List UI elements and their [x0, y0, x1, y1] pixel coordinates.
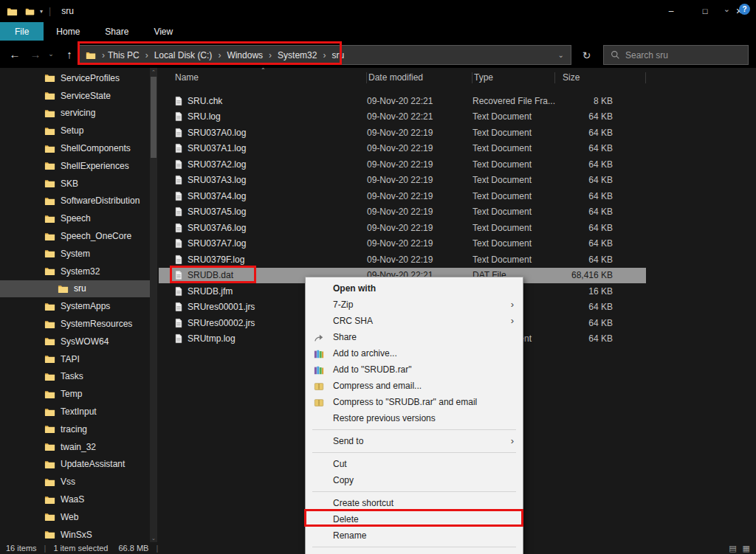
sidebar-item[interactable]: ShellExperiences: [0, 157, 150, 175]
table-row[interactable]: SRU037A1.log 09-Nov-20 22:19 Text Docume…: [159, 141, 646, 157]
ribbon-expand-chevron-icon[interactable]: [724, 4, 730, 14]
breadcrumb-item[interactable]: sru: [331, 50, 344, 60]
sidebar-item[interactable]: TextInput: [0, 403, 150, 420]
refresh-button[interactable]: [577, 45, 597, 65]
scroll-down-icon[interactable]: [150, 534, 157, 542]
file-icon: [173, 143, 184, 153]
sidebar-item[interactable]: Speech_OneCore: [0, 227, 150, 245]
sidebar-item[interactable]: SoftwareDistribution: [0, 193, 150, 210]
sidebar-item[interactable]: SystemApps: [0, 297, 150, 315]
table-row[interactable]: SRU037A3.log 09-Nov-20 22:19 Text Docume…: [159, 173, 646, 189]
sidebar-item[interactable]: Tasks: [0, 368, 150, 386]
column-header-name[interactable]: Name: [173, 72, 367, 83]
context-menu-item[interactable]: Compress to "SRUDB.rar" and email: [306, 394, 523, 410]
table-row[interactable]: SRU037A7.log 09-Nov-20 22:19 Text Docume…: [159, 236, 646, 252]
column-header-size[interactable]: Size: [555, 72, 646, 83]
sidebar-item[interactable]: twain_32: [0, 438, 150, 456]
sidebar-item[interactable]: WaaS: [0, 491, 150, 508]
context-menu-item[interactable]: CRC SHA: [306, 313, 523, 329]
context-menu-item[interactable]: Copy: [306, 472, 523, 488]
breadcrumb-item[interactable]: This PC: [108, 50, 154, 60]
ribbon-tab[interactable]: Home: [44, 22, 92, 41]
context-menu-item[interactable]: Share: [306, 329, 523, 345]
address-dropdown-chevron-icon[interactable]: [558, 51, 564, 59]
context-menu-item[interactable]: Send to: [306, 433, 523, 449]
sidebar-item[interactable]: Temp: [0, 385, 150, 403]
context-menu-item[interactable]: 7-Zip: [306, 297, 523, 313]
minimize-button[interactable]: [654, 0, 688, 22]
ribbon-tab[interactable]: File: [0, 22, 44, 41]
file-icon: [173, 191, 184, 201]
back-button[interactable]: [6, 45, 24, 63]
context-menu-item[interactable]: Add to "SRUDB.rar": [306, 361, 523, 378]
sidebar-item[interactable]: servicing: [0, 105, 150, 122]
context-menu-item[interactable]: Create shortcut: [306, 495, 523, 511]
sidebar-item[interactable]: WinSxS: [0, 526, 150, 542]
context-menu-item[interactable]: Add to archive...: [306, 345, 523, 361]
recent-locations-chevron-icon[interactable]: [46, 45, 56, 63]
sidebar-item[interactable]: ShellComponents: [0, 139, 150, 157]
sidebar-item[interactable]: Vss: [0, 473, 150, 491]
folder-icon: [44, 160, 55, 171]
breadcrumb-item[interactable]: Windows: [227, 50, 278, 60]
sidebar-item[interactable]: Speech: [0, 210, 150, 227]
table-row[interactable]: SRU.log 09-Nov-20 22:21 Text Document 64…: [159, 109, 646, 125]
file-name: SRU037A5.log: [188, 207, 246, 217]
file-size: 68,416 KB: [555, 270, 623, 280]
sidebar-item[interactable]: Setup: [0, 122, 150, 139]
sidebar-item[interactable]: SKB: [0, 175, 150, 193]
sidebar-item[interactable]: tracing: [0, 420, 150, 438]
table-row[interactable]: SRU037A2.log 09-Nov-20 22:19 Text Docume…: [159, 156, 646, 173]
context-menu-item[interactable]: Cut: [306, 456, 523, 472]
ribbon-tab[interactable]: Share: [92, 22, 141, 41]
folder-tree: ServiceProfiles ServiceState servicing: [0, 69, 150, 542]
sidebar-item[interactable]: TAPI: [0, 350, 150, 368]
table-row[interactable]: SRU037A0.log 09-Nov-20 22:19 Text Docume…: [159, 125, 646, 141]
sidebar-item[interactable]: ServiceState: [0, 87, 150, 105]
table-row[interactable]: SRU037A4.log 09-Nov-20 22:19 Text Docume…: [159, 188, 646, 204]
table-row[interactable]: SRU0379F.log 09-Nov-20 22:19 Text Docume…: [159, 252, 646, 268]
column-header-type[interactable]: Type: [472, 72, 555, 83]
quick-access-chevron-icon[interactable]: [40, 8, 43, 15]
sidebar-item[interactable]: SystemResources: [0, 315, 150, 333]
context-menu-item[interactable]: Delete: [306, 511, 523, 527]
breadcrumb-item[interactable]: System32: [278, 50, 331, 60]
thumbnail-view-icon[interactable]: [743, 544, 750, 553]
table-row[interactable]: SRU037A5.log 09-Nov-20 22:19 Text Docume…: [159, 204, 646, 221]
sidebar-scrollbar[interactable]: [150, 68, 157, 542]
folder-icon: [44, 511, 55, 522]
help-icon[interactable]: [739, 4, 750, 15]
sidebar-item[interactable]: ServiceProfiles: [0, 69, 150, 87]
context-menu-item[interactable]: Open with: [306, 280, 523, 297]
sidebar-item[interactable]: UpdateAssistant: [0, 456, 150, 474]
details-view-icon[interactable]: [729, 544, 736, 553]
table-row[interactable]: SRU037A6.log 09-Nov-20 22:19 Text Docume…: [159, 220, 646, 236]
column-header-date[interactable]: Date modified: [367, 72, 472, 83]
sidebar-item[interactable]: System: [0, 245, 150, 263]
context-menu-item[interactable]: Properties: [306, 550, 523, 554]
sidebar-item-label: WinSxS: [61, 530, 92, 540]
sidebar-item[interactable]: SysWOW64: [0, 333, 150, 350]
table-row[interactable]: SRU.chk 09-Nov-20 22:21 Recovered File F…: [159, 93, 646, 109]
context-menu-item[interactable]: Compress and email...: [306, 378, 523, 394]
sidebar-item[interactable]: System32: [0, 263, 150, 280]
scrollbar-thumb[interactable]: [151, 77, 157, 158]
submenu-arrow-icon: [511, 313, 514, 329]
up-button[interactable]: [61, 45, 78, 63]
context-menu-item[interactable]: Restore previous versions: [306, 410, 523, 426]
file-size: 64 KB: [555, 159, 623, 170]
file-icon: [173, 111, 184, 122]
search-box[interactable]: [603, 45, 749, 65]
ribbon-tab[interactable]: View: [141, 22, 185, 41]
forward-button[interactable]: [27, 45, 44, 63]
file-name: SRU037A3.log: [188, 175, 246, 185]
scroll-up-icon[interactable]: [150, 68, 157, 76]
search-input[interactable]: [625, 50, 748, 60]
maximize-button[interactable]: [688, 0, 722, 22]
address-bar[interactable]: This PC Local Disk (C:) Windows System32: [79, 45, 571, 65]
context-menu-item[interactable]: Rename: [306, 527, 523, 544]
breadcrumb-item[interactable]: Local Disk (C:): [154, 50, 227, 60]
sidebar-item[interactable]: Web: [0, 508, 150, 526]
quick-access-folder-icon[interactable]: [25, 7, 35, 16]
sidebar-item[interactable]: sru: [0, 280, 150, 298]
